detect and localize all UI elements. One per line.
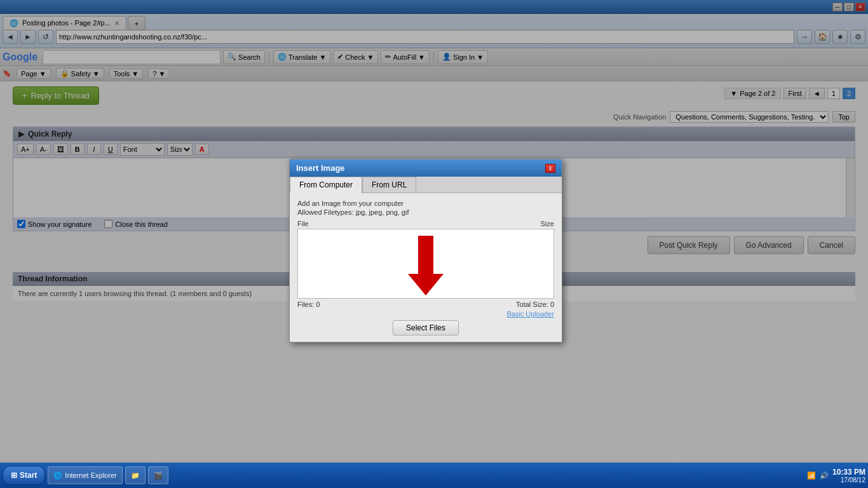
windows-icon: ⊞ <box>11 471 17 480</box>
arrow-head <box>408 274 444 295</box>
total-size: Total Size: 0 <box>516 301 554 308</box>
drop-arrow <box>408 236 444 295</box>
modal-body: Add an Image from your computer Allowed … <box>290 193 562 342</box>
start-button[interactable]: ⊞ Start <box>3 466 45 485</box>
insert-image-modal: Insert Image x From Computer From URL Ad… <box>289 159 562 342</box>
media-taskbar-button[interactable]: 🎬 <box>148 466 168 484</box>
taskbar: ⊞ Start 🌐 Internet Explorer 📁 🎬 📶 🔊 10:3… <box>0 463 868 488</box>
folder-icon: 📁 <box>131 471 140 480</box>
modal-close-button[interactable]: x <box>545 164 555 173</box>
files-count: Files: 0 <box>297 301 320 308</box>
taskbar-right: 📶 🔊 10:33 PM 17/08/12 <box>807 468 865 484</box>
arrow-shaft <box>418 236 433 274</box>
ie-taskbar-button[interactable]: 🌐 Internet Explorer <box>48 466 122 484</box>
select-files-button[interactable]: Select Files <box>393 320 459 336</box>
from-url-tab[interactable]: From URL <box>362 177 416 193</box>
file-drop-area[interactable] <box>297 229 554 299</box>
modal-title: Insert Image <box>296 163 345 173</box>
media-icon: 🎬 <box>154 471 163 480</box>
network-icon: 📶 <box>807 471 816 480</box>
volume-icon: 🔊 <box>820 471 829 480</box>
from-computer-tab[interactable]: From Computer <box>290 177 362 193</box>
basic-uploader-link[interactable]: Basic Uploader <box>506 310 554 318</box>
size-col-label: Size <box>541 220 554 227</box>
modal-overlay: Insert Image x From Computer From URL Ad… <box>0 0 868 488</box>
basic-uploader-link-container: Basic Uploader <box>297 310 554 318</box>
file-stats: Files: 0 Total Size: 0 <box>297 299 554 310</box>
ie-icon: 🌐 <box>53 471 62 480</box>
file-col-label: File <box>297 220 309 227</box>
modal-allowed-types: Allowed Filetypes: jpg, jpeg, png, gif <box>297 208 554 216</box>
folder-taskbar-button[interactable]: 📁 <box>125 466 146 484</box>
system-clock: 10:33 PM 17/08/12 <box>832 468 865 484</box>
file-table-header: File Size <box>297 220 554 227</box>
modal-tabs: From Computer From URL <box>290 177 562 193</box>
modal-header: Insert Image x <box>290 159 562 177</box>
modal-description: Add an Image from your computer <box>297 200 554 207</box>
